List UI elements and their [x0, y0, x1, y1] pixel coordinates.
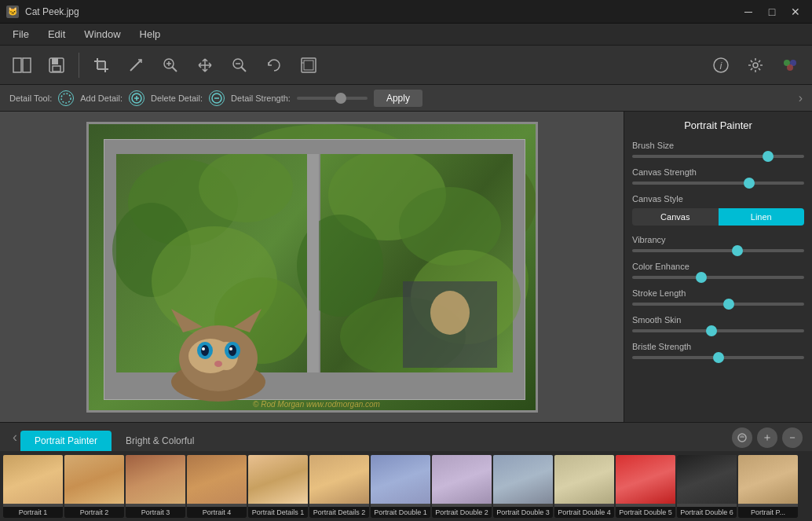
close-button[interactable]: ✕ [785, 4, 806, 20]
detail-tool-icon[interactable] [58, 90, 74, 106]
svg-rect-1 [23, 58, 31, 72]
stroke-length-section: Stroke Length [632, 288, 804, 306]
menu-edit[interactable]: Edit [38, 25, 75, 43]
minimize-button[interactable]: ─ [738, 4, 759, 20]
thumbnail-strip: Portrait 1 Portrait 2 Portrait 3 Portrai… [0, 451, 812, 521]
detail-tool-label: Detail Tool: [9, 94, 52, 103]
stroke-length-label: Stroke Length [632, 288, 804, 298]
svg-rect-54 [104, 372, 525, 399]
app-icon: 🐱 [6, 6, 19, 18]
original-view-button[interactable] [6, 50, 38, 81]
canvas-strength-thumb[interactable] [744, 178, 755, 189]
list-item[interactable]: Portrait 3 [126, 455, 185, 518]
thumb-label: Portrait Double 3 [493, 507, 553, 518]
canvas-strength-label: Canvas Strength [632, 167, 804, 177]
menubar: File Edit Window Help [0, 24, 812, 46]
bottom-strip: ‹ Portrait Painter Bright & Colorful ＋ －… [0, 422, 812, 521]
zoom-out-button[interactable] [224, 50, 255, 81]
svg-point-64 [229, 347, 232, 350]
vibrancy-slider[interactable] [632, 249, 804, 252]
delete-detail-icon[interactable] [209, 90, 225, 106]
list-item[interactable]: Portrait 2 [64, 455, 124, 518]
canvas-style-linen-button[interactable]: Linen [719, 208, 805, 226]
effects-button[interactable] [774, 50, 806, 81]
list-item[interactable]: Portrait Details 2 [309, 455, 369, 518]
canvas-image: © Rod Morgan www.rodmorgan.com [86, 122, 538, 413]
straighten-button[interactable] [120, 50, 152, 81]
move-button[interactable] [189, 50, 221, 81]
svg-rect-18 [304, 61, 313, 70]
list-item[interactable]: Portrait Details 1 [248, 455, 308, 518]
remove-tab-button[interactable]: － [782, 427, 803, 448]
smooth-skin-thumb[interactable] [706, 325, 717, 336]
detail-strength-slider[interactable] [297, 97, 368, 100]
svg-point-67 [214, 361, 222, 367]
svg-rect-52 [307, 152, 319, 387]
list-item[interactable]: Portrait Double 6 [677, 455, 737, 518]
info-button[interactable]: i [705, 50, 737, 81]
rotate-button[interactable] [258, 50, 290, 81]
main-toolbar: i [0, 46, 812, 85]
detail-toolbar: Detail Tool: Add Detail: Delete Detail: … [0, 85, 812, 112]
bristle-strength-thumb[interactable] [713, 352, 724, 363]
tab-portrait-painter[interactable]: Portrait Painter [20, 431, 112, 451]
scroll-left-button[interactable]: ‹ [9, 429, 20, 446]
vibrancy-thumb[interactable] [732, 245, 743, 256]
save-button[interactable] [41, 50, 72, 81]
svg-point-26 [61, 94, 71, 103]
color-enhance-thumb[interactable] [696, 272, 707, 283]
add-tab-button[interactable]: ＋ [757, 427, 777, 448]
svg-rect-3 [52, 58, 58, 64]
thumb-label: Portrait P... [738, 507, 798, 518]
canvas-strength-section: Canvas Strength [632, 167, 804, 185]
thumb-label: Portrait 3 [126, 507, 185, 518]
canvas-area: © Rod Morgan www.rodmorgan.com [0, 112, 624, 422]
canvas-style-section: Canvas Style Canvas Linen [632, 194, 804, 226]
menu-window[interactable]: Window [75, 25, 130, 43]
thumb-label: Portrait 2 [64, 507, 124, 518]
mask-button[interactable] [732, 427, 752, 448]
right-panel: Portrait Painter Brush Size Canvas Stren… [624, 112, 812, 422]
list-item[interactable]: Portrait Double 3 [493, 455, 553, 518]
color-enhance-slider[interactable] [632, 276, 804, 279]
list-item[interactable]: Portrait 1 [3, 455, 63, 518]
list-item[interactable]: Portrait Double 5 [616, 455, 675, 518]
tab-controls: ＋ － [732, 427, 803, 451]
vibrancy-label: Vibrancy [632, 235, 804, 244]
thumb-label: Portrait Double 1 [371, 507, 430, 518]
crop-button[interactable] [86, 50, 117, 81]
list-item[interactable]: Portrait Double 2 [432, 455, 492, 518]
list-item[interactable]: Portrait Double 4 [554, 455, 614, 518]
menu-file[interactable]: File [3, 25, 38, 43]
color-enhance-section: Color Enhance [632, 262, 804, 279]
list-item[interactable]: Portrait P... [738, 455, 798, 518]
tab-bright-colorful[interactable]: Bright & Colorful [112, 431, 208, 451]
list-item[interactable]: Portrait Double 1 [371, 455, 430, 518]
settings-button[interactable] [740, 50, 771, 81]
svg-point-63 [202, 347, 205, 350]
stroke-length-thumb[interactable] [723, 299, 734, 310]
svg-point-25 [787, 64, 793, 71]
canvas-strength-slider[interactable] [632, 182, 804, 185]
window-title: Cat Peek.jpg [25, 6, 732, 17]
add-detail-icon[interactable] [129, 90, 144, 106]
list-item[interactable]: Portrait 4 [187, 455, 247, 518]
bristle-strength-slider[interactable] [632, 356, 804, 359]
svg-rect-4 [53, 66, 60, 72]
apply-button[interactable]: Apply [374, 90, 422, 107]
bristle-strength-section: Bristle Strength [632, 342, 804, 359]
expand-arrow[interactable]: › [799, 91, 803, 105]
brush-size-thumb[interactable] [763, 151, 774, 162]
thumb-label: Portrait Details 1 [248, 507, 308, 518]
brush-size-slider[interactable] [632, 155, 804, 158]
zoom-in-button[interactable] [155, 50, 186, 81]
smooth-skin-slider[interactable] [632, 329, 804, 332]
menu-help[interactable]: Help [130, 25, 170, 43]
stroke-length-slider[interactable] [632, 303, 804, 306]
window-controls: ─ □ ✕ [738, 4, 806, 20]
maximize-button[interactable]: □ [762, 4, 782, 20]
smooth-skin-section: Smooth Skin [632, 315, 804, 332]
fit-screen-button[interactable] [293, 50, 324, 81]
canvas-style-canvas-button[interactable]: Canvas [632, 208, 719, 226]
svg-point-42 [199, 152, 293, 222]
